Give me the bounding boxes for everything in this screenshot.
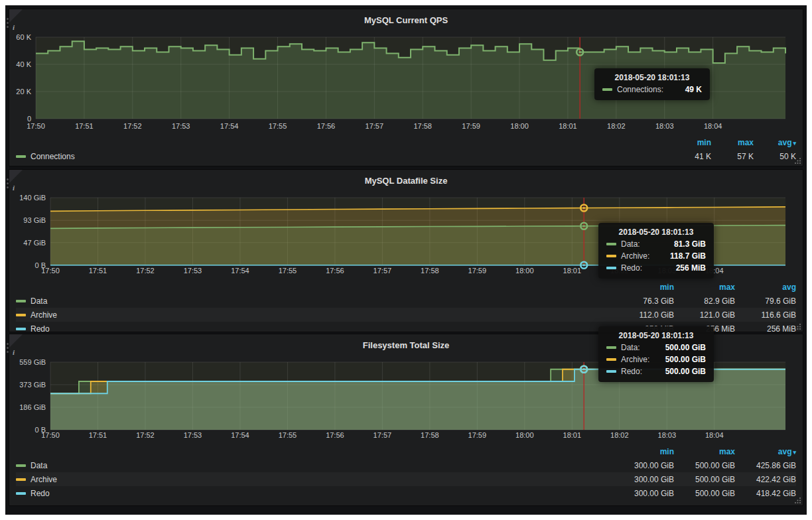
legend-avg-value: 50 K: [754, 152, 796, 161]
legend-header-row: minmaxavg: [16, 280, 796, 294]
svg-text:17:57: 17:57: [366, 122, 384, 130]
legend-avg-value: 422.42 GiB: [735, 475, 796, 484]
panel-title[interactable]: Filesystem Total Size: [363, 340, 450, 350]
legend-series-label: Redo: [31, 489, 50, 498]
svg-text:17:55: 17:55: [279, 431, 297, 439]
tooltip-series-value: 500.00 GiB: [656, 343, 706, 352]
legend-series-toggle-archive[interactable]: Archive: [16, 475, 613, 484]
series-color-swatch: [16, 464, 26, 467]
series-color-swatch: [602, 88, 612, 91]
tooltip-series-label: Connections:: [617, 85, 663, 94]
tooltip-timestamp: 2018-05-20 18:01:13: [606, 331, 706, 340]
svg-text:47 GiB: 47 GiB: [23, 239, 46, 247]
tooltip-timestamp: 2018-05-20 18:01:13: [602, 73, 702, 82]
svg-text:40 K: 40 K: [16, 60, 31, 68]
legend-sort-max[interactable]: max: [711, 138, 754, 147]
tooltip-series-value: 256 MiB: [667, 263, 706, 273]
legend-sort-max[interactable]: max: [674, 447, 735, 456]
legend-sort-min[interactable]: min: [613, 283, 674, 292]
panel-resize-handle[interactable]: [794, 323, 801, 330]
legend-min-value: 41 K: [669, 152, 711, 161]
panel-title[interactable]: MySQL Datafile Size: [365, 176, 448, 186]
legend-sort-max[interactable]: max: [674, 283, 735, 292]
legend-sort-min[interactable]: min: [613, 447, 674, 456]
svg-text:60 K: 60 K: [16, 33, 31, 41]
svg-text:17:56: 17:56: [326, 267, 344, 275]
legend-row-redo: Redo300.00 GiB500.00 GiB418.42 GiB: [16, 486, 796, 500]
svg-text:18:02: 18:02: [610, 431, 629, 439]
legend-sort-avg[interactable]: avg▾: [754, 138, 796, 147]
series-color-swatch: [16, 492, 26, 495]
panel-resize-handle[interactable]: [794, 157, 801, 164]
series-color-swatch: [16, 155, 26, 158]
tooltip-series-label: Redo:: [621, 367, 642, 376]
svg-text:559 GiB: 559 GiB: [19, 358, 46, 366]
legend-series-label: Data: [31, 461, 47, 470]
tooltip-series-row: Archive:118.7 GiB: [606, 251, 706, 261]
tooltip-series-label: Redo:: [621, 263, 642, 273]
legend-series-toggle-data[interactable]: Data: [16, 296, 613, 306]
svg-text:17:51: 17:51: [75, 122, 94, 130]
tooltip-series-label: Archive:: [621, 355, 649, 364]
series-color-swatch: [16, 300, 26, 302]
legend-sort-min[interactable]: min: [669, 138, 711, 147]
legend-row-data: Data300.00 GiB500.00 GiB425.86 GiB: [16, 458, 796, 472]
tooltip-series-value: 500.00 GiB: [656, 367, 706, 376]
svg-text:17:53: 17:53: [184, 431, 202, 439]
legend-header-row: minmaxavg▾: [16, 444, 796, 458]
legend-series-toggle-redo[interactable]: Redo: [16, 324, 613, 334]
tooltip-series-row: Redo:500.00 GiB: [606, 367, 706, 376]
tooltip-series-label: Archive:: [621, 251, 649, 261]
svg-text:17:50: 17:50: [27, 122, 45, 130]
series-color-swatch: [606, 370, 616, 373]
legend-series-toggle-redo[interactable]: Redo: [16, 489, 613, 498]
legend-sort-avg[interactable]: avg▾: [735, 447, 796, 456]
legend-max-value: 57 K: [711, 152, 754, 161]
legend-series-toggle-archive[interactable]: Archive: [16, 310, 613, 320]
svg-text:17:54: 17:54: [231, 431, 249, 439]
svg-text:17:59: 17:59: [462, 122, 480, 130]
legend-avg-value: 418.42 GiB: [735, 489, 796, 498]
svg-text:17:56: 17:56: [317, 122, 336, 130]
series-color-swatch: [606, 358, 616, 361]
tooltip-series-row: Data:500.00 GiB: [606, 343, 706, 352]
svg-text:17:58: 17:58: [421, 431, 439, 439]
series-color-swatch: [606, 267, 616, 269]
tooltip-series-row: Redo:256 MiB: [606, 263, 706, 273]
series-color-swatch: [16, 478, 26, 481]
svg-text:17:56: 17:56: [326, 431, 344, 439]
sort-caret-icon: ▾: [793, 449, 796, 456]
legend-series-toggle-data[interactable]: Data: [16, 461, 613, 470]
svg-text:18:02: 18:02: [607, 122, 626, 130]
svg-text:17:53: 17:53: [184, 267, 202, 275]
panel-resize-handle[interactable]: [794, 497, 801, 504]
svg-text:17:55: 17:55: [279, 267, 297, 275]
panel-drag-handle[interactable]: [7, 341, 9, 355]
svg-text:17:55: 17:55: [269, 122, 287, 130]
panel-drag-handle[interactable]: [7, 16, 9, 30]
svg-text:17:59: 17:59: [468, 267, 487, 275]
svg-text:17:54: 17:54: [220, 122, 239, 130]
legend-max-value: 500.00 GiB: [674, 461, 735, 470]
legend-min-value: 112.0 GiB: [613, 310, 674, 320]
svg-text:18:04: 18:04: [705, 431, 724, 439]
legend-series-toggle-connections[interactable]: Connections: [16, 152, 669, 161]
series-color-swatch: [606, 243, 616, 245]
svg-text:17:57: 17:57: [373, 267, 392, 275]
legend-row-connections: Connections41 K57 K50 K: [16, 149, 796, 163]
svg-text:186 GiB: 186 GiB: [19, 403, 46, 411]
legend-avg-value: 425.86 GiB: [735, 461, 796, 470]
svg-text:93 GiB: 93 GiB: [23, 216, 46, 224]
legend-sort-avg[interactable]: avg: [735, 283, 796, 292]
svg-text:18:01: 18:01: [559, 122, 577, 130]
svg-text:17:52: 17:52: [136, 267, 155, 275]
graph-tooltip: 2018-05-20 18:01:13Connections:49 K: [594, 68, 710, 100]
panel-title[interactable]: MySQL Current QPS: [364, 15, 448, 25]
svg-text:17:52: 17:52: [123, 122, 142, 130]
legend-table: minmaxavg▾Connections41 K57 K50 K: [9, 135, 803, 163]
svg-text:18:01: 18:01: [563, 431, 582, 439]
svg-text:373 GiB: 373 GiB: [19, 381, 46, 389]
legend-max-value: 82.9 GiB: [674, 296, 735, 306]
legend-header-row: minmaxavg▾: [16, 135, 796, 149]
panel-drag-handle[interactable]: [7, 176, 9, 190]
